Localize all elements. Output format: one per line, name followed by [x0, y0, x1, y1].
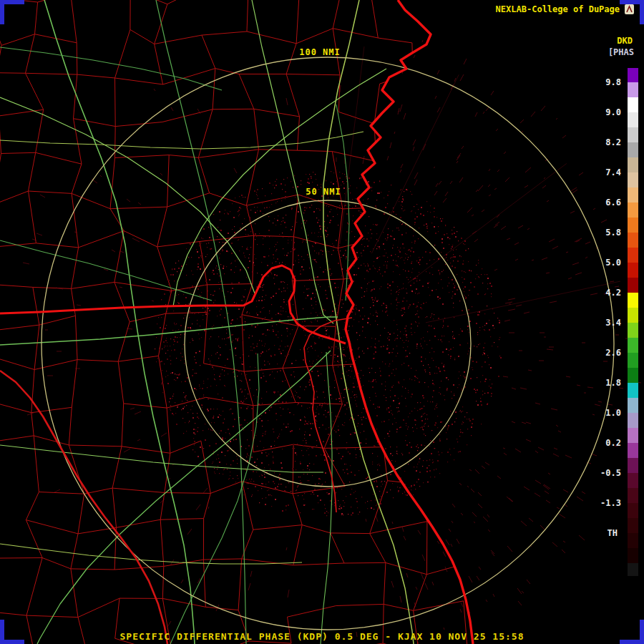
colorbar-tick-label: 9.8 — [605, 77, 621, 87]
colorbar-segment — [628, 458, 638, 473]
brand-text: NEXLAB-College of DuPage — [496, 4, 620, 14]
state-border-coastline-layer — [0, 0, 473, 644]
colorbar-tick-label: 1.0 — [605, 408, 621, 418]
colorbar-tick-label: 4.2 — [605, 288, 621, 298]
units-label: [PHAS — [608, 47, 634, 57]
colorbar-tick-label: 8.2 — [605, 137, 621, 147]
range-ring-label-50nmi: 50 NMI — [306, 187, 341, 197]
colorbar-segment — [628, 248, 638, 263]
colorbar-tick-label: -1.3 — [600, 498, 621, 508]
radar-image: 100 NMI 50 NMI NEXLAB-College of DuPage … — [0, 0, 644, 644]
colorbar-segment — [628, 338, 638, 353]
colorbar-segment — [628, 413, 638, 428]
colorbar-segment — [628, 218, 638, 233]
colorbar-segment — [628, 518, 638, 533]
colorbar-tick-label: 1.8 — [605, 378, 621, 388]
radar-map-canvas: 100 NMI 50 NMI — [0, 0, 644, 644]
colorbar-segment — [628, 157, 638, 172]
colorbar-tick-label: 3.4 — [605, 318, 621, 328]
colorbar-tick-label: 5.0 — [605, 258, 621, 268]
colorbar-tick-label: 9.0 — [605, 107, 621, 117]
colorbar-segment — [628, 548, 638, 563]
colorbar-tick-label: 7.4 — [605, 167, 621, 177]
colorbar-segment — [628, 443, 638, 458]
colorbar-segment — [628, 533, 638, 548]
cod-logo-icon — [624, 3, 635, 15]
colorbar-tick-label: 0.2 — [605, 438, 621, 448]
colorbar-tick-label: 5.8 — [605, 228, 621, 238]
colorbar-segment — [628, 323, 638, 338]
colorbar-segment — [628, 68, 638, 82]
colorbar-tick-label: -0.5 — [600, 468, 621, 478]
product-code: DKD — [617, 36, 633, 46]
colorbar-segment — [628, 293, 638, 308]
colorbar-tick-label: 2.6 — [605, 348, 621, 358]
colorbar-segment — [628, 127, 638, 142]
corner-mark-top-left — [0, 0, 24, 24]
colorbar — [628, 68, 638, 576]
colorbar-segment — [628, 112, 638, 127]
colorbar-segment — [628, 353, 638, 368]
status-bar-text: SPECIFIC DIFFERENTIAL PHASE (KDP) 0.5 DE… — [0, 631, 644, 642]
colorbar-segment — [628, 398, 638, 413]
colorbar-segment — [628, 503, 638, 518]
colorbar-segment — [628, 203, 638, 218]
colorbar-segment — [628, 383, 638, 398]
colorbar-segment — [628, 368, 638, 383]
colorbar-segment — [628, 142, 638, 157]
range-ring-label-100nmi: 100 NMI — [299, 47, 341, 57]
colorbar-segment — [628, 488, 638, 503]
county-boundaries-layer — [0, 0, 474, 644]
colorbar-segment — [628, 82, 638, 97]
colorbar-segment — [628, 97, 638, 112]
colorbar-segment — [628, 263, 638, 278]
colorbar-segment — [628, 308, 638, 323]
colorbar-segment — [628, 172, 638, 187]
threshold-label: TH — [608, 528, 618, 538]
colorbar-segment — [628, 428, 638, 443]
colorbar-segment — [628, 278, 638, 293]
colorbar-segment — [628, 233, 638, 248]
colorbar-segment — [628, 187, 638, 203]
colorbar-tick-label: 6.6 — [605, 197, 621, 208]
colorbar-segment — [628, 563, 638, 576]
colorbar-segment — [628, 473, 638, 488]
range-rings-layer — [42, 57, 614, 630]
